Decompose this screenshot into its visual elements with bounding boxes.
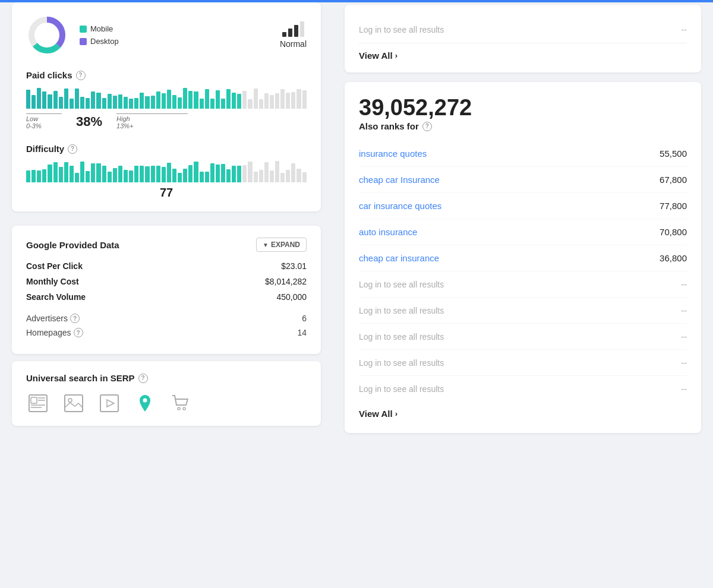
rank-row-0: insurance quotes 55,500: [359, 141, 687, 167]
login-dashes-1: --: [682, 25, 687, 34]
homepages-help-icon[interactable]: ?: [74, 328, 83, 337]
rank-row-6: Log in to see all results --: [359, 298, 687, 324]
diff-bar-14: [102, 166, 106, 182]
rank-dashes-6: --: [681, 305, 687, 315]
diff-bar-33: [205, 172, 209, 182]
rank-row-1: cheap car Insurance 67,800: [359, 167, 687, 193]
monthly-cost-row: Monthly Cost $8,014,282: [26, 277, 307, 286]
diff-bar-34: [210, 163, 214, 182]
news-serp-icon: [26, 393, 50, 414]
advertisers-value: 6: [302, 314, 307, 323]
paid-bar-6: [59, 97, 63, 109]
diff-bar-51: [302, 172, 307, 182]
paid-bar-15: [108, 94, 112, 109]
rank-value-1: 67,800: [660, 175, 687, 185]
paid-bar-13: [96, 93, 100, 109]
paid-bar-23: [151, 96, 155, 109]
diff-bar-3: [42, 169, 46, 182]
diff-bar-1: [31, 170, 36, 182]
rank-link-0[interactable]: insurance quotes: [359, 148, 427, 159]
cart-serp-icon: [169, 393, 193, 414]
universal-search-title: Universal search in SERP ?: [26, 373, 307, 383]
paid-bar-50: [296, 89, 301, 109]
difficulty-help-icon[interactable]: ?: [68, 144, 77, 154]
difficulty-value: 77: [160, 186, 173, 199]
diff-bar-18: [124, 170, 128, 182]
expand-button[interactable]: ▼ EXPAND: [256, 238, 307, 252]
location-serp-icon: [133, 393, 157, 414]
diff-bar-25: [162, 167, 166, 182]
rank-link-1[interactable]: cheap car Insurance: [359, 175, 440, 185]
google-data-header: Google Provided Data ▼ EXPAND: [26, 238, 307, 252]
diff-bar-5: [53, 162, 58, 182]
diff-bar-28: [178, 173, 182, 183]
high-range: High 13%+: [116, 113, 188, 129]
signal-bar-1: [282, 32, 286, 37]
mobile-label: Mobile: [90, 24, 113, 33]
also-ranks-card: 39,052,272 Also ranks for ? insurance qu…: [345, 82, 701, 433]
cpc-label: Cost Per Click: [26, 261, 83, 271]
rank-link-2[interactable]: car insurance quotes: [359, 201, 441, 211]
homepages-label: Homepages: [26, 328, 71, 337]
paid-bar-31: [194, 91, 198, 109]
paid-bar-33: [205, 89, 209, 109]
diff-bar-8: [70, 166, 74, 182]
diff-bar-2: [37, 170, 41, 182]
svg-rect-4: [31, 397, 37, 403]
view-all-label-top: View All: [359, 50, 393, 61]
difficulty-value-container: 77: [26, 186, 307, 200]
paid-bar-38: [232, 93, 236, 109]
paid-bar-28: [178, 97, 182, 109]
paid-bar-46: [275, 93, 279, 109]
homepages-row: Homepages ? 14: [26, 328, 307, 337]
low-range: Low 0-3%: [26, 113, 62, 129]
advertisers-label-container: Advertisers ?: [26, 314, 80, 323]
diff-bar-44: [264, 162, 269, 182]
diff-bar-26: [167, 163, 171, 182]
also-ranks-help-icon[interactable]: ?: [422, 122, 432, 131]
top-section: Mobile Desktop Normal: [26, 14, 307, 56]
diff-bar-50: [296, 169, 301, 182]
view-all-button-top[interactable]: View All ›: [359, 50, 687, 61]
rank-row-3: auto insurance 70,800: [359, 219, 687, 245]
desktop-label: Desktop: [90, 37, 119, 46]
paid-bar-14: [102, 98, 106, 109]
google-data-section: Google Provided Data ▼ EXPAND Cost Per C…: [12, 226, 321, 354]
universal-search-label: Universal search in SERP: [26, 373, 135, 383]
diff-bar-4: [48, 165, 52, 182]
cost-per-click-row: Cost Per Click $23.01: [26, 261, 307, 271]
signal-bar-4: [300, 21, 304, 37]
diff-bar-48: [286, 170, 290, 182]
view-all-chevron-bottom: ›: [395, 409, 397, 418]
rank-link-4[interactable]: cheap car insurance: [359, 253, 439, 263]
google-data-title: Google Provided Data: [26, 240, 119, 250]
top-blue-bar: [0, 0, 713, 2]
diff-bar-40: [242, 165, 247, 182]
diff-bar-15: [108, 172, 112, 182]
rank-login-9: Log in to see all results: [359, 384, 444, 394]
paid-bar-25: [162, 93, 166, 109]
paid-clicks-section: Paid clicks ? Low 0-3%: [26, 70, 307, 129]
advertisers-help-icon[interactable]: ?: [70, 314, 80, 323]
diff-bar-39: [237, 166, 241, 182]
video-serp-icon: [97, 393, 121, 414]
rank-dashes-9: --: [681, 384, 687, 394]
rank-value-3: 70,800: [660, 227, 687, 237]
expand-label: EXPAND: [271, 241, 300, 249]
paid-bar-12: [91, 91, 95, 109]
view-all-button-bottom[interactable]: View All ›: [359, 409, 687, 419]
rank-login-7: Log in to see all results: [359, 332, 444, 342]
signal-bar-2: [288, 29, 292, 37]
rank-value-4: 36,800: [660, 253, 687, 263]
paid-bar-41: [248, 99, 252, 109]
diff-bar-0: [26, 170, 30, 182]
diff-bar-13: [96, 163, 100, 182]
universal-help-icon[interactable]: ?: [138, 374, 148, 383]
paid-clicks-help-icon[interactable]: ?: [76, 71, 86, 80]
rank-row-4: cheap car insurance 36,800: [359, 245, 687, 271]
legend-desktop: Desktop: [80, 37, 119, 46]
rank-link-3[interactable]: auto insurance: [359, 227, 417, 237]
paid-bar-35: [216, 90, 220, 109]
paid-bar-32: [200, 99, 204, 109]
legend: Mobile Desktop: [80, 24, 119, 46]
